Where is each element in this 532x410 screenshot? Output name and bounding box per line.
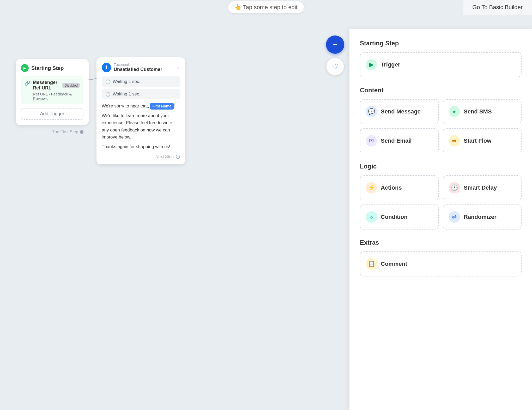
panel-item-send-sms[interactable]: ● Send SMS [443, 99, 522, 124]
section-title-content: Content [360, 87, 522, 94]
panel-item-send-email[interactable]: ✉ Send Email [360, 128, 439, 153]
send-email-label: Send Email [381, 137, 412, 144]
comment-label: Comment [381, 261, 407, 267]
card-header: ▶ Starting Step [21, 64, 83, 72]
condition-icon: ⬦ [366, 211, 377, 223]
next-step-circle[interactable] [176, 155, 180, 159]
extras-grid: 📋 Comment [360, 251, 522, 276]
randomizer-icon: ⇄ [449, 211, 460, 223]
starting-step-title: Starting Step [31, 65, 64, 71]
section-logic: Logic ⚡ Actions 🕐 Smart Delay ⬦ Conditio… [360, 163, 522, 230]
send-email-icon: ✉ [366, 135, 377, 147]
section-title-extras: Extras [360, 239, 522, 246]
content-grid: 💬 Send Message ● Send SMS ✉ Send Email ➡… [360, 99, 522, 153]
trigger-panel-label: Trigger [381, 61, 400, 68]
starting-step-card: ▶ Starting Step 🔗 Messenger Ref URL Disa… [16, 59, 89, 125]
panel-item-actions[interactable]: ⚡ Actions [360, 175, 439, 200]
clock-icon-1: 🕐 [105, 79, 111, 84]
section-extras: Extras 📋 Comment [360, 239, 522, 276]
link-icon: 🔗 [25, 80, 30, 86]
send-sms-label: Send SMS [464, 108, 492, 115]
logic-grid: ⚡ Actions 🕐 Smart Delay ⬦ Condition ⇄ Ra… [360, 175, 522, 230]
wait-row-2: 🕐 Waiting 1 sec... [102, 89, 180, 99]
section-title-logic: Logic [360, 163, 522, 170]
trigger-item[interactable]: 🔗 Messenger Ref URL Disabled Ref URL · F… [21, 76, 83, 104]
hint-text: 👆 Tap some step to edit [228, 1, 304, 13]
first-name-tag: First Name [150, 103, 173, 110]
panel-item-comment[interactable]: 📋 Comment [360, 251, 522, 276]
disabled-badge: Disabled [62, 83, 80, 88]
first-step-dot [80, 130, 83, 134]
top-bar: 👆 Tap some step to edit Go To Basic Buil… [0, 0, 532, 15]
trigger-name: Messenger Ref URL Disabled [33, 80, 80, 91]
smart-delay-label: Smart Delay [464, 184, 497, 191]
trigger-content: Messenger Ref URL Disabled Ref URL · Fee… [33, 80, 80, 101]
panel-item-smart-delay[interactable]: 🕐 Smart Delay [443, 175, 522, 200]
randomizer-label: Randomizer [464, 214, 497, 220]
fab-container: + ♡ [326, 35, 344, 76]
fb-card-info: Facebook Unsatisfied Customer [114, 63, 174, 72]
condition-label: Condition [381, 214, 408, 220]
add-step-fab[interactable]: + [326, 35, 344, 54]
start-flow-label: Start Flow [464, 137, 491, 144]
panel-item-start-flow[interactable]: ➡ Start Flow [443, 128, 522, 153]
first-step-label: The First Step [52, 130, 83, 134]
go-to-basic-builder-button[interactable]: Go To Basic Builder [463, 0, 532, 15]
canvas: ▶ Starting Step 🔗 Messenger Ref URL Disa… [0, 15, 532, 410]
right-panel: Starting Step ▶ Trigger Content 💬 Send M… [349, 29, 532, 410]
next-step-row: Next Step [102, 154, 180, 159]
clock-icon-2: 🕐 [105, 92, 111, 97]
actions-label: Actions [381, 184, 402, 191]
trigger-panel-icon: ▶ [366, 59, 377, 70]
comment-icon: 📋 [366, 258, 377, 270]
send-message-label: Send Message [381, 108, 421, 115]
fb-card-name: Unsatisfied Customer [114, 67, 174, 72]
fb-avatar: f [102, 63, 111, 72]
starting-step-icon: ▶ [21, 64, 29, 72]
section-content: Content 💬 Send Message ● Send SMS ✉ Send… [360, 87, 522, 153]
wait-row-1: 🕐 Waiting 1 sec... [102, 76, 180, 87]
fb-source: Facebook [114, 63, 174, 67]
add-trigger-button[interactable]: Add Trigger [21, 108, 83, 120]
fb-card: f Facebook Unsatisfied Customer ⬦ 🕐 Wait… [96, 57, 185, 164]
panel-item-randomizer[interactable]: ⇄ Randomizer [443, 204, 522, 230]
panel-item-condition[interactable]: ⬦ Condition [360, 204, 439, 230]
smart-delay-icon: 🕐 [449, 182, 460, 194]
starting-step-grid: ▶ Trigger [360, 52, 522, 77]
section-starting-step: Starting Step ▶ Trigger [360, 40, 522, 77]
panel-item-send-message[interactable]: 💬 Send Message [360, 99, 439, 124]
actions-icon: ⚡ [366, 182, 377, 194]
panel-item-trigger[interactable]: ▶ Trigger [360, 52, 522, 77]
trigger-sub: Ref URL · Feedback & Reviews [33, 92, 80, 101]
start-flow-icon: ➡ [449, 135, 460, 147]
send-message-icon: 💬 [366, 106, 377, 117]
fb-card-header: f Facebook Unsatisfied Customer ⬦ [102, 63, 180, 72]
message-body: We're sorry to hear that, First Name! We… [102, 103, 180, 150]
filter-icon[interactable]: ⬦ [177, 64, 180, 70]
section-title-starting: Starting Step [360, 40, 522, 47]
favorite-fab[interactable]: ♡ [326, 57, 344, 76]
send-sms-icon: ● [449, 106, 460, 117]
